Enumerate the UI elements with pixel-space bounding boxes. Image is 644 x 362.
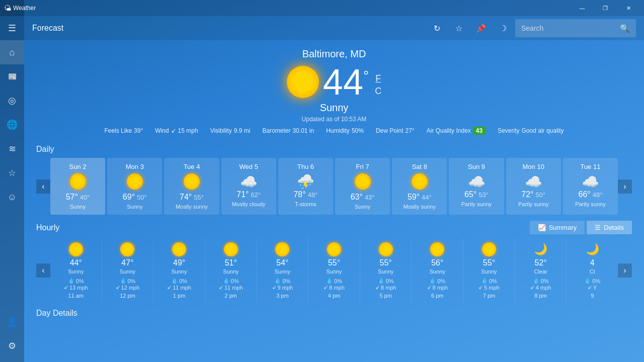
hourly-card-1: 47° Sunny 💧0% ↙12 mph 12 pm [102, 238, 154, 303]
daily-next-button[interactable]: › [618, 179, 632, 194]
maximize-button[interactable]: ❐ [594, 0, 617, 16]
hourly-sun-icon [69, 242, 83, 256]
hourly-time: 5 pm [379, 293, 391, 299]
daily-card-8[interactable]: Mon 10 ☁️ 72° 50° Partly sunny [506, 158, 561, 215]
sidebar-item-maps[interactable]: ◎ [0, 88, 24, 113]
details-toggle-button[interactable]: ☰ Details [587, 221, 632, 234]
sidebar-item-menu[interactable]: ☰ [0, 16, 24, 40]
daily-card-1[interactable]: Mon 3 69° 50° Sunny [107, 158, 162, 215]
wind-dir-icon: ↙ [588, 284, 592, 291]
hourly-card-5: 55° Sunny 💧0% ↙8 mph 4 pm [308, 238, 360, 303]
daily-low: 50° [137, 194, 147, 201]
search-box[interactable]: 🔍 [515, 19, 636, 37]
aqi-badge: 43 [473, 127, 486, 135]
rain-icon: 💧 [223, 278, 230, 284]
visibility-detail: Visibility 9.9 mi [210, 127, 251, 135]
nightmode-button[interactable]: ☽ [493, 18, 513, 38]
daily-section: Daily ‹ Sun 2 57° 40° Sunny Mon 3 69° 50… [36, 145, 632, 215]
current-weather: Baltimore, MD 44 ° F C Sunny Updated as … [36, 40, 632, 139]
hourly-title: Hourly [36, 223, 59, 232]
daily-card-5[interactable]: Fri 7 63° 43° Sunny [335, 158, 390, 215]
barometer-detail: Barometer 30.01 in [262, 127, 314, 135]
daily-day-label: Tue 4 [184, 163, 200, 170]
hourly-sun-icon [120, 242, 134, 256]
hourly-condition: Sunny [68, 268, 84, 275]
daily-condition: Sunny [355, 204, 370, 210]
daily-cloud-icon: ☁️ [582, 173, 599, 190]
favorite-button[interactable]: ☆ [449, 18, 469, 38]
hourly-rain: 💧0% [223, 278, 239, 284]
hourly-next-button[interactable]: › [618, 263, 632, 278]
hourly-time: 4 pm [328, 293, 340, 299]
daily-cloud-icon: ☁️ [525, 173, 542, 190]
app-icon: 🌤 [4, 4, 11, 12]
hourly-temp: 56° [431, 258, 443, 267]
hourly-sun-icon [224, 242, 238, 256]
wind-detail: Wind ↙ 15 mph [155, 127, 198, 135]
hourly-sun-icon [379, 242, 393, 256]
daily-low: 53° [478, 191, 489, 199]
sidebar-item-news[interactable]: 📰 [0, 64, 24, 88]
daily-sun-icon [127, 173, 143, 190]
daily-sun-icon [355, 173, 371, 190]
daily-card-9[interactable]: Tue 11 ☁️ 66° 48° Partly sunny [563, 158, 618, 215]
day-details-title: Day Details [36, 309, 632, 318]
daily-day-label: Tue 11 [580, 163, 600, 170]
hourly-wind: ↙9 mph [272, 284, 293, 291]
close-button[interactable]: ✕ [617, 0, 640, 16]
hourly-time: 12 pm [120, 293, 135, 299]
hourly-condition: Clear [534, 268, 547, 275]
hourly-temp: 54° [276, 258, 288, 267]
daily-day-label: Mon 3 [126, 163, 144, 170]
daily-card-7[interactable]: Sun 9 ☁️ 65° 53° Partly sunny [449, 158, 504, 215]
hourly-wind: ↙13 mph [64, 284, 88, 291]
search-input[interactable] [521, 24, 620, 32]
hourly-time: 7 pm [483, 293, 495, 299]
wind-label: Wind [155, 127, 169, 134]
daily-card-3[interactable]: Wed 5 ☁️ 71° 62° Mostly cloudy [221, 158, 276, 215]
title-bar: 🌤 Weather — ❐ ✕ [0, 0, 644, 16]
daily-low: 44° [422, 194, 432, 201]
hourly-scroll: 44° Sunny 💧0% ↙13 mph 11 am 47° Sunny 💧0… [50, 238, 618, 303]
hourly-wind: ↙8 mph [324, 284, 345, 291]
hourly-card-0: 44° Sunny 💧0% ↙13 mph 11 am [50, 238, 102, 303]
visibility-label: Visibility [210, 127, 232, 134]
refresh-button[interactable]: ↻ [427, 18, 447, 38]
severity-value: Good air quality [522, 127, 564, 134]
sidebar-item-emoji[interactable]: ☺ [0, 185, 24, 209]
sidebar-item-globe[interactable]: 🌐 [0, 113, 24, 137]
celsius-button[interactable]: C [375, 85, 381, 98]
hourly-temp: 51° [225, 258, 237, 267]
page-title: Forecast [32, 24, 63, 33]
sidebar-item-layers[interactable]: ≋ [0, 137, 24, 161]
hourly-card-7: 56° Sunny 💧0% ↙8 mph 6 pm [412, 238, 463, 303]
current-weather-icon [287, 66, 319, 98]
hourly-condition: Cl [590, 268, 595, 275]
daily-card-4[interactable]: Thu 6 ⛈️ 78° 48° T-storms [278, 158, 333, 215]
sidebar-item-favorites[interactable]: ☆ [0, 161, 24, 185]
sidebar-item-account[interactable]: 👤 [0, 310, 24, 334]
summary-toggle-button[interactable]: 📈 Summary [530, 221, 585, 234]
daily-card-2[interactable]: Tue 4 74° 55° Mostly sunny [164, 158, 219, 215]
daily-cloud-icon: ☁️ [240, 173, 258, 190]
daily-condition: Mostly sunny [404, 204, 436, 210]
sidebar-item-settings[interactable]: ⚙ [0, 334, 24, 358]
daily-high: 65° [464, 190, 476, 199]
hourly-rain: 💧0% [274, 278, 290, 284]
daily-card-6[interactable]: Sat 8 59° 44° Mostly sunny [392, 158, 447, 215]
fahrenheit-button[interactable]: F [375, 72, 381, 85]
aqi-label: Air Quality Index [427, 127, 471, 134]
minimize-button[interactable]: — [571, 0, 594, 16]
search-icon: 🔍 [620, 24, 630, 33]
hourly-time: 3 pm [276, 293, 288, 299]
pin-button[interactable]: 📌 [471, 18, 491, 38]
daily-prev-button[interactable]: ‹ [36, 179, 50, 194]
daily-temps: 69° 50° [123, 193, 147, 202]
hourly-rain: 💧0% [326, 278, 342, 284]
sidebar-item-home[interactable]: ⌂ [0, 40, 24, 64]
barometer-label: Barometer [262, 127, 290, 134]
hourly-sun-icon [172, 242, 186, 256]
hourly-prev-button[interactable]: ‹ [36, 263, 50, 278]
wind-value: 15 mph [178, 127, 198, 134]
daily-card-0[interactable]: Sun 2 57° 40° Sunny [50, 158, 105, 215]
